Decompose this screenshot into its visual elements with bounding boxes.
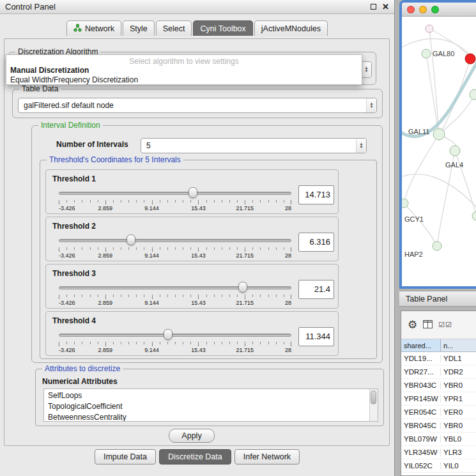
cell-name[interactable]: YIL0 — [441, 462, 476, 470]
number-of-intervals-combobox[interactable]: 5 ▲ ▼ — [141, 138, 367, 153]
column-header-name[interactable]: n... — [441, 339, 476, 351]
threshold-2-slider-thumb[interactable] — [127, 234, 135, 245]
threshold-2-value-field[interactable]: 6.316 — [298, 233, 334, 252]
dropdown-placeholder-item[interactable]: Select algorithm to view settings — [6, 57, 362, 66]
cell-shared-name[interactable]: YBL079W — [401, 435, 441, 443]
cell-shared-name[interactable]: YDL19... — [401, 355, 441, 362]
table-row[interactable]: YLR345W YLR3 — [401, 446, 476, 459]
top-tab-bar: Network Style Select Cyni Toolbox jActiv… — [0, 20, 394, 36]
threshold-1-value-field[interactable]: 14.713 — [298, 185, 334, 204]
slider-scale-labels: -3.426 2.859 9.144 15.43 21.715 28 — [59, 252, 291, 260]
slider-track[interactable] — [59, 192, 291, 195]
cell-name[interactable]: YER0 — [441, 408, 476, 416]
tab-discretize-data[interactable]: Discretize Data — [159, 449, 231, 464]
network-node-gal4[interactable] — [450, 146, 460, 156]
dropdown-option-manual-discretization[interactable]: Manual Discretization — [10, 66, 89, 75]
network-node-gal11[interactable] — [433, 128, 445, 140]
tick-label: 21.715 — [236, 252, 254, 259]
threshold-1-slider[interactable]: -3.426 2.859 9.144 15.43 21.715 28 — [59, 187, 291, 213]
minimize-traffic-light-icon[interactable] — [419, 6, 427, 13]
tick-label: 28 — [285, 252, 291, 259]
cell-name[interactable]: YPR1 — [441, 395, 476, 403]
tab-infer-network[interactable]: Infer Network — [234, 449, 300, 464]
table-row[interactable]: YBR043C YBR0 — [401, 379, 476, 392]
threshold-3-slider[interactable]: -3.426 2.859 9.144 15.43 21.715 28 — [59, 281, 291, 308]
list-item-selfloops[interactable]: SelfLoops — [44, 390, 378, 401]
threshold-1-panel: Threshold 1 -3.426 2.859 9.144 15.43 21.… — [45, 169, 339, 214]
columns-icon[interactable] — [423, 319, 433, 331]
table-toolbar: ⚙ ☑☑ — [401, 311, 476, 339]
scrollbar-thumb[interactable] — [371, 390, 376, 404]
cell-name[interactable]: YBR0 — [441, 381, 476, 389]
threshold-4-slider-thumb[interactable] — [164, 329, 173, 340]
gear-icon[interactable]: ⚙ — [408, 319, 417, 330]
numerical-attributes-label: Numerical Attributes — [42, 377, 118, 386]
network-node-hap2[interactable] — [433, 242, 441, 250]
cell-name[interactable]: YLR3 — [441, 449, 476, 456]
attributes-list-scrollbar[interactable] — [369, 389, 378, 421]
cell-shared-name[interactable]: YBR045C — [401, 422, 441, 429]
threshold-4-value-field[interactable]: 11.344 — [298, 327, 334, 346]
threshold-3-value-field[interactable]: 21.4 — [298, 280, 334, 299]
table-row[interactable]: YIL052C YIL0 — [401, 459, 476, 473]
table-data-combobox[interactable]: galFiltered.sif default node ▲ ▼ — [18, 98, 377, 113]
cell-name[interactable]: YDR2 — [441, 368, 476, 376]
tab-jactivemnodules[interactable]: jActiveMNodules — [254, 20, 328, 36]
tab-impute-data[interactable]: Impute Data — [95, 449, 156, 464]
slider-minor-ticks — [59, 200, 291, 203]
threshold-1-slider-thumb[interactable] — [188, 187, 197, 198]
network-node-gcy1[interactable] — [402, 199, 408, 208]
window-title: Control Panel — [5, 2, 56, 12]
node-label-gal80: GAL80 — [433, 50, 454, 58]
table-row[interactable]: YBL079W YBL0 — [401, 433, 476, 446]
network-node[interactable] — [470, 89, 476, 100]
cell-shared-name[interactable]: YLR345W — [401, 449, 441, 456]
cell-shared-name[interactable]: YDR27... — [401, 368, 441, 376]
table-row[interactable]: YDR27... YDR2 — [401, 365, 476, 379]
tab-network[interactable]: Network — [66, 20, 121, 36]
table-row[interactable]: YBR045C YBR0 — [401, 419, 476, 433]
numerical-attributes-list[interactable]: SelfLoops TopologicalCoefficient Between… — [43, 388, 378, 422]
cell-name[interactable]: YBL0 — [441, 435, 476, 443]
threshold-3-slider-thumb[interactable] — [238, 282, 247, 293]
zoom-traffic-light-icon[interactable] — [431, 6, 439, 13]
tick-label: 9.144 — [144, 205, 159, 211]
float-window-icon[interactable] — [371, 4, 376, 10]
cell-shared-name[interactable]: YPR145W — [401, 395, 441, 403]
network-node[interactable] — [426, 25, 433, 33]
list-item-betweennesscentrality[interactable]: BetweennessCentrality — [44, 412, 378, 422]
threshold-2-slider[interactable]: -3.426 2.859 9.144 15.43 21.715 28 — [59, 234, 291, 261]
cell-shared-name[interactable]: YBR043C — [401, 381, 441, 389]
tab-style[interactable]: Style — [123, 20, 155, 36]
table-row[interactable]: YPR145W YPR1 — [401, 392, 476, 406]
combo-down-icon: ▼ — [370, 105, 374, 109]
slider-track[interactable] — [59, 239, 291, 242]
slider-track[interactable] — [59, 286, 291, 289]
slider-minor-ticks — [59, 342, 291, 344]
close-traffic-light-icon[interactable] — [407, 6, 415, 13]
cell-shared-name[interactable]: YIL052C — [401, 462, 441, 470]
list-item-topologicalcoefficient[interactable]: TopologicalCoefficient — [44, 401, 378, 412]
column-header-shared-name[interactable]: shared... — [401, 339, 441, 351]
network-node-gal80[interactable] — [422, 49, 431, 58]
close-icon[interactable]: ✕ — [382, 4, 389, 10]
apply-button[interactable]: Apply — [169, 429, 215, 443]
network-canvas[interactable]: GAL80 GAL11 GAL4 GCY1 HAP2 — [402, 17, 476, 286]
tab-select[interactable]: Select — [156, 20, 192, 36]
dropdown-option-equal-width-frequency[interactable]: Equal Width/Frequency Discretization — [10, 75, 138, 84]
cell-shared-name[interactable]: YER054C — [401, 408, 441, 416]
network-node-selected-red[interactable] — [465, 54, 475, 64]
network-graph[interactable]: GAL80 GAL11 GAL4 GCY1 HAP2 — [402, 17, 476, 286]
table-row[interactable]: YDL19... YDL1 — [401, 352, 476, 365]
cell-name[interactable]: YDL1 — [441, 355, 476, 362]
cell-name[interactable]: YBR0 — [441, 422, 476, 429]
select-columns-icon[interactable]: ☑☑ — [438, 321, 452, 329]
slider-track[interactable] — [59, 334, 291, 337]
threshold-4-slider[interactable]: -3.426 2.859 9.144 15.43 21.715 28 — [59, 328, 291, 355]
interval-definition-group-label: Interval Definition — [38, 121, 103, 130]
slider-scale-labels: -3.426 2.859 9.144 15.43 21.715 28 — [59, 205, 291, 213]
network-node[interactable] — [472, 211, 476, 220]
tab-cyni-toolbox[interactable]: Cyni Toolbox — [193, 20, 252, 36]
table-row[interactable]: YER054C YER0 — [401, 406, 476, 419]
window-controls: ✕ — [371, 4, 389, 10]
